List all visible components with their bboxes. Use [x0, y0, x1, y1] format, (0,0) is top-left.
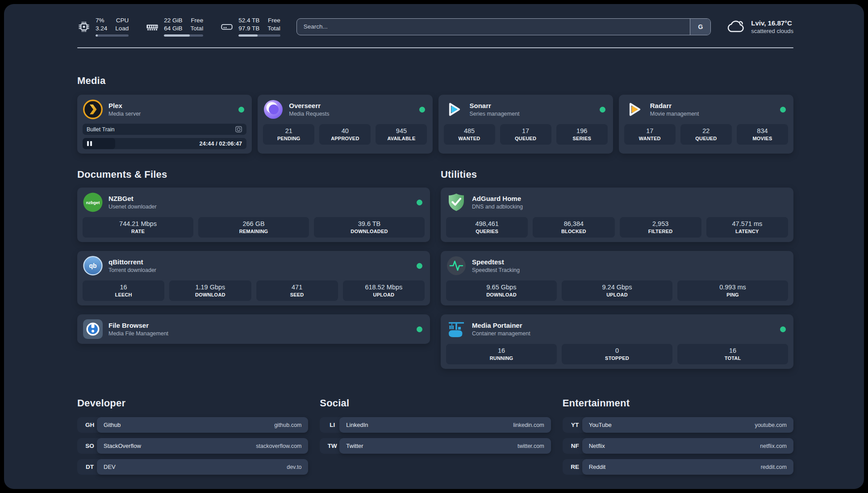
qbittorrent-status-dot: [417, 263, 422, 269]
weather-condition: scattered clouds: [751, 28, 793, 34]
stat-stopped: 0 STOPPED: [562, 344, 672, 364]
svg-text:nzbget: nzbget: [86, 200, 100, 205]
link-name: Netflix: [589, 443, 605, 449]
qbittorrent-name: qBittorrent: [108, 258, 411, 266]
filebrowser-status-dot: [417, 326, 422, 332]
link-pill: Github github.com: [97, 417, 308, 433]
stat-value: 9.65 Gbps: [448, 284, 555, 291]
link-github[interactable]: GH Github github.com: [77, 417, 308, 433]
link-dev[interactable]: DT DEV dev.to: [77, 459, 308, 475]
playback-time: 24:44 / 02:06:47: [200, 141, 247, 147]
stat-label: RATE: [84, 229, 192, 234]
memory-total-label: Total: [191, 25, 204, 32]
stat-latency: 47.571 ms LATENCY: [706, 217, 788, 238]
plex-card[interactable]: Plex Media server Bullet Train 24:44 / 0…: [77, 95, 252, 154]
filebrowser-icon: [83, 319, 103, 339]
filebrowser-card[interactable]: File Browser Media File Management: [77, 314, 430, 344]
portainer-card[interactable]: Media Portainer Container management 16 …: [441, 314, 793, 369]
disk-icon: [220, 20, 234, 33]
link-netflix[interactable]: NF Netflix netflix.com: [563, 438, 793, 454]
stat-label: MOVIES: [739, 136, 786, 141]
link-youtube[interactable]: YT YouTube youtube.com: [563, 417, 793, 433]
video-camera-icon: [235, 125, 242, 133]
overseerr-icon: [263, 99, 284, 120]
section-media: Media Plex Media server: [77, 75, 793, 154]
link-pill: Reddit reddit.com: [582, 459, 793, 475]
qbittorrent-card[interactable]: qb qBittorrent Torrent downloader 16 LEE…: [77, 251, 430, 305]
disk-free-label: Free: [267, 17, 280, 24]
stat-total: 16 TOTAL: [677, 344, 788, 364]
link-url: twitter.com: [517, 443, 544, 449]
stat-queued: 17 QUEUED: [500, 124, 551, 145]
nzbget-card[interactable]: nzbget NZBGet Usenet downloader 744.21 M…: [77, 188, 430, 242]
link-pill: DEV dev.to: [97, 459, 308, 475]
stat-movies: 834 MOVIES: [737, 124, 788, 145]
stat-seed: 471 SEED: [256, 280, 338, 301]
link-stackoverflow[interactable]: SO StackOverflow stackoverflow.com: [77, 438, 308, 454]
stat-label: SEED: [258, 292, 336, 297]
disk-free-value: 52.4 TB: [238, 17, 259, 24]
search-bar: G: [296, 18, 711, 35]
search-engine-button[interactable]: G: [690, 19, 710, 35]
link-name: DEV: [104, 464, 116, 470]
speedtest-icon: [446, 255, 467, 276]
stat-value: 945: [377, 127, 425, 134]
section-title-social: Social: [320, 397, 551, 409]
link-linkedin[interactable]: LI LinkedIn linkedin.com: [320, 417, 551, 433]
link-url: reddit.com: [761, 464, 787, 470]
sonarr-card[interactable]: Sonarr Series management 485 WANTED 17 Q…: [438, 95, 613, 154]
link-reddit[interactable]: RE Reddit reddit.com: [563, 459, 793, 475]
portainer-status-dot: [780, 326, 786, 332]
stat-label: UPLOAD: [563, 292, 671, 297]
nzbget-subtitle: Usenet downloader: [108, 204, 411, 210]
overseerr-card[interactable]: Overseerr Media Requests 21 PENDING 40 A…: [258, 95, 432, 154]
pause-button[interactable]: [87, 141, 92, 146]
filebrowser-subtitle: Media File Management: [108, 330, 411, 337]
link-pill: Netflix netflix.com: [582, 438, 793, 454]
adguard-name: AdGuard Home: [472, 195, 788, 202]
link-url: github.com: [274, 422, 301, 428]
stat-label: APPROVED: [321, 136, 369, 141]
top-bar: 7% CPU 3.24 Load 22 GiB Free 64 GiB: [77, 17, 793, 37]
section-title-developer: Developer: [77, 397, 308, 409]
radarr-subtitle: Movie management: [650, 111, 775, 117]
radarr-name: Radarr: [650, 102, 775, 109]
stat-value: 21: [265, 127, 313, 134]
stat-value: 485: [446, 127, 493, 134]
stat-label: QUEUED: [682, 136, 730, 141]
stat-approved: 40 APPROVED: [319, 124, 371, 145]
disk-widget: 52.4 TB Free 97.9 TB Total: [220, 17, 280, 37]
stat-download: 9.65 Gbps DOWNLOAD: [446, 280, 557, 301]
stat-blocked: 86,384 BLOCKED: [533, 217, 614, 238]
disk-progress-fill: [238, 34, 258, 37]
sonarr-status-dot: [600, 107, 605, 113]
stat-label: FILTERED: [622, 229, 700, 234]
stat-ping: 0.993 ms PING: [677, 280, 788, 301]
stat-label: DOWNLOAD: [171, 292, 249, 297]
link-name: Reddit: [589, 464, 606, 470]
adguard-card[interactable]: AdGuard Home DNS and adblocking 498,461 …: [441, 188, 793, 242]
nzbget-icon: nzbget: [83, 192, 103, 213]
stat-value: 0: [563, 347, 671, 354]
svg-text:qb: qb: [89, 262, 96, 269]
stat-download: 1.19 Gbps DOWNLOAD: [169, 280, 251, 301]
memory-free-value: 22 GiB: [164, 17, 182, 24]
search-input[interactable]: [297, 19, 690, 35]
disk-total-label: Total: [267, 25, 280, 32]
cpu-progress-bar: [96, 34, 129, 37]
plex-status-dot: [238, 107, 244, 113]
overseerr-status-dot: [419, 107, 425, 113]
link-twitter[interactable]: TW Twitter twitter.com: [320, 438, 551, 454]
stat-value: 9.24 Gbps: [563, 284, 671, 291]
playback-progress-bar[interactable]: 24:44 / 02:06:47: [83, 138, 246, 149]
nzbget-status-dot: [417, 200, 422, 205]
stat-label: UPLOAD: [345, 292, 423, 297]
radarr-card[interactable]: Radarr Movie management 17 WANTED 22 QUE…: [619, 95, 793, 154]
stat-value: 40: [321, 127, 369, 134]
system-stats: 7% CPU 3.24 Load 22 GiB Free 64 GiB: [77, 17, 280, 37]
stat-label: WANTED: [626, 136, 674, 141]
speedtest-card[interactable]: Speedtest Speedtest Tracking 9.65 Gbps D…: [441, 251, 793, 305]
stat-remaining: 266 GB REMAINING: [198, 217, 309, 238]
nzbget-name: NZBGet: [108, 195, 411, 202]
stat-upload: 9.24 Gbps UPLOAD: [562, 280, 672, 301]
